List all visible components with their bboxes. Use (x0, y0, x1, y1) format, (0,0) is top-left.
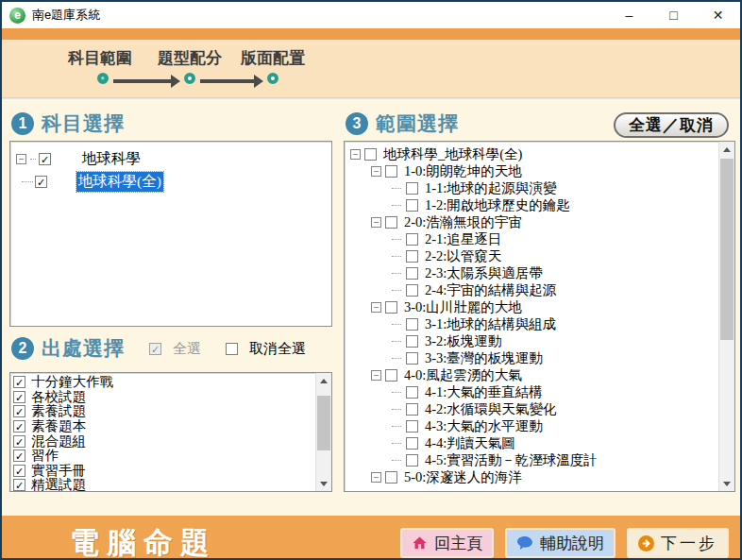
scope-tree-row[interactable]: −4-0:風起雲湧的大氣 (348, 366, 716, 383)
scope-tree-row[interactable]: 4-3:大氣的水平運動 (348, 417, 716, 434)
scope-tree-row[interactable]: 4-2:水循環與天氣變化 (348, 400, 716, 417)
scope-item-checkbox[interactable] (385, 165, 397, 178)
scope-item-label[interactable]: 2-1:追星逐日 (423, 230, 503, 248)
scope-item-label[interactable]: 4-2:水循環與天氣變化 (423, 400, 558, 418)
scope-item-label[interactable]: 3-2:板塊運動 (423, 332, 503, 350)
scope-item-checkbox[interactable] (406, 182, 418, 195)
subject-child-checkbox[interactable]: ✓ (35, 176, 47, 188)
collapse-icon[interactable]: − (16, 154, 26, 164)
scope-tree-row[interactable]: 4-4:判讀天氣圖 (348, 434, 716, 451)
scope-item-checkbox[interactable] (406, 318, 418, 331)
scope-item-label[interactable]: 5-0:深邃迷人的海洋 (402, 468, 524, 486)
scope-item-label[interactable]: 1-2:開啟地球歷史的鑰匙 (423, 196, 572, 214)
scope-tree-row[interactable]: 1-2:開啟地球歷史的鑰匙 (348, 196, 716, 213)
source-item-checkbox[interactable]: ✓ (13, 391, 25, 403)
source-list-item[interactable]: ✓精選試題 (10, 478, 314, 492)
maximize-button[interactable]: □ (651, 2, 696, 28)
scope-item-label[interactable]: 4-3:大氣的水平運動 (423, 417, 545, 435)
subject-tree-root-row[interactable]: − ✓ 地球科學 (12, 147, 329, 170)
home-button[interactable]: 回主頁 (400, 528, 494, 558)
scroll-down-icon[interactable] (316, 476, 331, 491)
help-button[interactable]: 輔助說明 (505, 528, 616, 558)
source-item-checkbox[interactable]: ✓ (13, 376, 25, 388)
scope-item-checkbox[interactable] (406, 454, 418, 467)
scope-tree-row[interactable]: 2-3:太陽系與適居帶 (348, 264, 716, 281)
scope-tree-row[interactable]: 4-1:大氣的垂直結構 (348, 383, 716, 400)
scope-tree-row[interactable]: −2-0:浩瀚無垠的宇宙 (348, 213, 716, 230)
scrollbar-thumb[interactable] (317, 396, 330, 450)
scope-item-checkbox[interactable] (406, 352, 418, 365)
minimize-button[interactable]: – (607, 2, 651, 28)
scope-tree-row[interactable]: 2-1:追星逐日 (348, 230, 716, 247)
subject-root-label[interactable]: 地球科學 (80, 149, 143, 169)
next-step-button[interactable]: 下一步 (627, 528, 729, 558)
scroll-up-icon[interactable] (719, 142, 734, 157)
scope-tree-row[interactable]: 2-2:以管窺天 (348, 247, 716, 264)
collapse-icon[interactable]: − (371, 217, 381, 228)
source-scrollbar[interactable] (315, 373, 331, 491)
scope-item-checkbox[interactable] (406, 250, 418, 263)
source-item-checkbox[interactable]: ✓ (13, 405, 25, 417)
scope-item-checkbox[interactable] (364, 148, 377, 161)
scope-item-label[interactable]: 3-1:地球的結構與組成 (423, 315, 558, 333)
scope-item-label[interactable]: 2-2:以管窺天 (423, 247, 503, 265)
subject-tree-child-row[interactable]: ✓ 地球科學(全) (12, 170, 329, 193)
collapse-icon[interactable]: − (371, 472, 381, 483)
scope-item-label[interactable]: 4-1:大氣的垂直結構 (423, 383, 545, 401)
scope-tree-row[interactable]: −5-0:深邃迷人的海洋 (348, 468, 716, 485)
step-circle-2[interactable] (184, 73, 195, 84)
subject-child-label-selected[interactable]: 地球科學(全) (76, 172, 163, 192)
scope-tree-row[interactable]: 1-1:地球的起源與演變 (348, 179, 716, 196)
scope-item-label[interactable]: 2-4:宇宙的結構與起源 (423, 281, 558, 299)
select-all-checkbox[interactable]: ✓ (149, 343, 161, 355)
scope-tree-row[interactable]: −地球科學_地球科學(全) (348, 145, 716, 162)
source-item-checkbox[interactable]: ✓ (13, 479, 25, 491)
scope-item-label[interactable]: 1-0:朗朗乾坤的天地 (402, 162, 524, 180)
scope-tree-row[interactable]: 2-4:宇宙的結構與起源 (348, 281, 716, 298)
scope-item-checkbox[interactable] (406, 335, 418, 348)
source-item-label[interactable]: 精選試題 (31, 476, 86, 492)
deselect-all-control[interactable]: 取消全選 (226, 340, 306, 358)
scope-item-label[interactable]: 3-0:山川壯麗的大地 (402, 298, 524, 316)
scope-item-label[interactable]: 地球科學_地球科學(全) (381, 145, 524, 163)
close-button[interactable]: ✕ (696, 2, 740, 28)
select-deselect-all-button[interactable]: 全選／取消 (614, 112, 729, 138)
select-all-control[interactable]: ✓ 全選 (149, 340, 201, 358)
scope-item-checkbox[interactable] (406, 437, 418, 450)
source-item-checkbox[interactable]: ✓ (13, 435, 25, 448)
source-item-checkbox[interactable]: ✓ (13, 465, 25, 477)
source-item-checkbox[interactable]: ✓ (13, 450, 25, 462)
scope-item-checkbox[interactable] (406, 284, 418, 297)
scroll-down-icon[interactable] (719, 476, 734, 491)
collapse-icon[interactable]: − (371, 166, 381, 177)
collapse-icon[interactable]: − (371, 370, 381, 381)
step-circle-1[interactable] (97, 73, 109, 84)
scope-tree-row[interactable]: −3-0:山川壯麗的大地 (348, 298, 716, 315)
scope-item-checkbox[interactable] (385, 471, 397, 484)
scroll-up-icon[interactable] (316, 373, 331, 388)
scope-tree-row[interactable]: 3-2:板塊運動 (348, 332, 716, 349)
scope-item-label[interactable]: 4-0:風起雲湧的大氣 (402, 366, 524, 384)
step-circle-3[interactable] (267, 73, 278, 84)
scope-item-label[interactable]: 4-4:判讀天氣圖 (423, 434, 517, 452)
scope-item-label[interactable]: 2-0:浩瀚無垠的宇宙 (402, 213, 524, 231)
scope-scrollbar[interactable] (718, 142, 734, 491)
collapse-icon[interactable]: − (350, 149, 361, 160)
scope-item-label[interactable]: 2-3:太陽系與適居帶 (423, 264, 545, 282)
scope-item-checkbox[interactable] (385, 301, 397, 314)
scope-item-label[interactable]: 3-3:臺灣的板塊運動 (423, 349, 545, 367)
scope-item-checkbox[interactable] (406, 199, 418, 212)
scope-tree-row[interactable]: 3-1:地球的結構與組成 (348, 315, 716, 332)
scope-item-checkbox[interactable] (406, 403, 418, 416)
subject-root-checkbox[interactable]: ✓ (39, 153, 51, 165)
scope-item-checkbox[interactable] (406, 386, 418, 399)
scope-item-checkbox[interactable] (406, 267, 418, 280)
scope-item-checkbox[interactable] (406, 233, 418, 246)
scrollbar-thumb[interactable] (720, 159, 734, 340)
scope-item-checkbox[interactable] (406, 420, 418, 433)
deselect-all-checkbox[interactable] (226, 343, 238, 355)
scope-tree-row[interactable]: −1-0:朗朗乾坤的天地 (348, 162, 716, 179)
scope-tree-row[interactable]: 4-5:實習活動－乾溼球溫度計 (348, 451, 716, 468)
scope-tree-row[interactable]: 3-3:臺灣的板塊運動 (348, 349, 716, 366)
scope-item-label[interactable]: 1-1:地球的起源與演變 (423, 179, 558, 197)
